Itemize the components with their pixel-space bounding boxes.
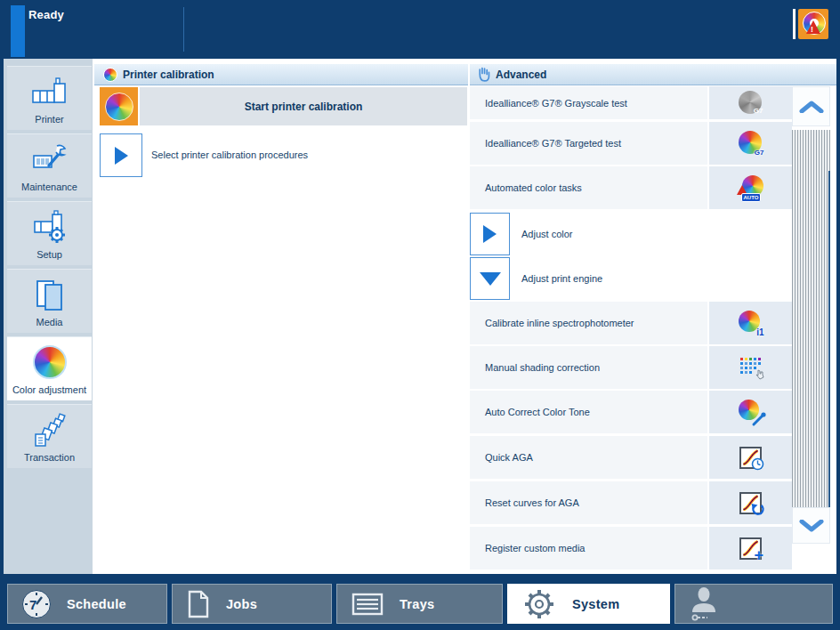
refresh-badge-icon [750, 502, 764, 516]
color-wheel-icon [7, 343, 92, 382]
main-content: Printer Maintenance [4, 59, 836, 574]
sidebar-item-transaction[interactable]: Transaction [7, 404, 92, 468]
expand-down-icon[interactable] [470, 257, 510, 300]
nav-trays-button[interactable]: Trays [336, 584, 503, 624]
bottom-nav-bar: 7 Schedule Jobs [0, 574, 840, 630]
chevron-up-icon [798, 101, 825, 113]
start-printer-calibration-button[interactable]: Start printer calibration [140, 87, 467, 125]
panel-title: Printer calibration [123, 69, 214, 81]
hand-icon [477, 67, 490, 82]
advanced-item-calibrate-spectrophotometer[interactable]: Calibrate inline spectrophotometer i1 [470, 302, 792, 344]
advanced-item-g7-grayscale[interactable]: Idealliance® G7® Grayscale test G7 [470, 86, 792, 119]
sidebar-item-media[interactable]: Media [7, 269, 92, 333]
nav-label: Jobs [226, 597, 257, 611]
expand-right-icon[interactable] [470, 213, 510, 255]
scroll-up-button[interactable] [792, 86, 830, 126]
start-calibration-icon[interactable] [100, 87, 138, 125]
scrollbar [792, 86, 830, 574]
spectro-i1-icon: i1 [707, 302, 792, 344]
advanced-item-manual-shading[interactable]: Manual shading correction [470, 346, 792, 389]
document-icon [187, 590, 210, 618]
sidebar-item-printer[interactable]: Printer [7, 66, 92, 130]
expand-right-icon [115, 147, 128, 165]
curve-reset-icon [707, 481, 792, 524]
top-status-bar: Ready ! [0, 0, 840, 59]
scroll-down-button[interactable] [792, 507, 830, 544]
chevron-down-icon [798, 520, 825, 532]
scroll-position-indicator [828, 171, 830, 507]
curve-clock-icon [707, 436, 792, 479]
user-key-icon [690, 586, 720, 622]
advanced-item-g7-targeted[interactable]: Idealliance® G7® Targeted test G7 [470, 122, 792, 165]
tray-icon [351, 593, 384, 616]
select-procedures-label: Select printer calibration procedures [151, 133, 308, 176]
advanced-item-quick-aga[interactable]: Quick AGA [470, 436, 792, 479]
nav-system-button[interactable]: System [507, 584, 670, 624]
curve-plus-icon: + [707, 527, 792, 569]
nav-label: System [572, 597, 619, 611]
advanced-item-register-custom-media[interactable]: Register custom media + [470, 527, 792, 569]
shading-grid-icon [707, 346, 792, 389]
sidebar-item-setup[interactable]: Setup [7, 201, 92, 265]
g7-grayscale-icon: G7 [707, 86, 792, 119]
sidebar-item-color-adjustment[interactable]: Color adjustment [7, 336, 92, 400]
sidebar: Printer Maintenance [4, 59, 93, 574]
sidebar-item-label: Printer [7, 114, 92, 125]
color-eyedropper-icon [707, 391, 792, 433]
nav-login-button[interactable] [674, 584, 833, 624]
maintenance-icon [7, 140, 92, 179]
nav-label: Trays [400, 597, 434, 611]
nav-label: Schedule [67, 597, 126, 611]
plus-badge-icon: + [754, 546, 763, 565]
select-procedures-expand-button[interactable] [100, 133, 142, 177]
warning-triangle-icon [806, 20, 820, 34]
nav-schedule-button[interactable]: 7 Schedule [7, 584, 167, 624]
transaction-icon [7, 410, 92, 449]
media-icon [7, 275, 92, 314]
sidebar-item-label: Maintenance [7, 182, 92, 192]
printer-status-text: Ready [28, 8, 64, 21]
sidebar-item-label: Setup [7, 249, 92, 260]
status-color-block [11, 5, 25, 57]
color-warning-icon[interactable]: ! [798, 9, 828, 39]
sidebar-item-label: Media [7, 317, 92, 327]
printer-icon [7, 72, 92, 111]
clock-icon: 7 [22, 590, 51, 618]
panel-title: Advanced [496, 69, 546, 81]
advanced-item-adjust-color[interactable]: Adjust color [470, 213, 792, 255]
advanced-header: Advanced [470, 64, 836, 85]
auto-color-icon: AUTO [707, 166, 792, 209]
gear-icon [522, 587, 556, 621]
clock-badge-icon [751, 457, 764, 471]
color-wheel-icon [103, 68, 117, 82]
printer-calibration-header: Printer calibration [94, 64, 468, 85]
nav-jobs-button[interactable]: Jobs [172, 584, 332, 624]
advanced-item-auto-correct-color-tone[interactable]: Auto Correct Color Tone [470, 391, 792, 433]
sidebar-item-label: Color adjustment [7, 384, 92, 395]
scroll-track[interactable] [792, 130, 830, 507]
g7-targeted-icon: G7 [707, 122, 792, 165]
advanced-item-adjust-print-engine[interactable]: Adjust print engine [470, 257, 792, 300]
advanced-item-reset-curves-aga[interactable]: Reset curves for AGA [470, 481, 792, 524]
hand-pointer-icon [755, 369, 765, 380]
sidebar-item-maintenance[interactable]: Maintenance [7, 133, 92, 198]
advanced-item-automated-color-tasks[interactable]: Automated color tasks AUTO [470, 166, 792, 209]
setup-icon [7, 207, 92, 246]
color-wheel-icon [105, 93, 133, 121]
start-button-label: Start printer calibration [245, 101, 363, 113]
warning-separator [793, 9, 796, 39]
topbar-divider [183, 7, 184, 52]
sidebar-item-label: Transaction [7, 452, 92, 463]
